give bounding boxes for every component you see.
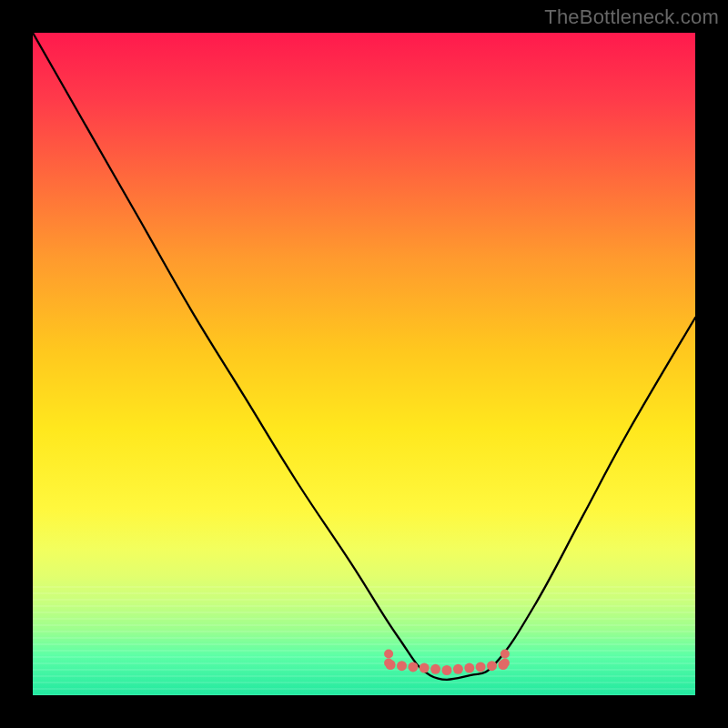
optimal-dot — [487, 661, 497, 671]
optimal-dot — [442, 665, 452, 675]
optimal-dot-end — [384, 650, 393, 659]
optimal-dot — [430, 664, 440, 674]
optimal-dot — [453, 664, 463, 674]
curve-svg — [33, 33, 695, 695]
optimal-dot — [397, 661, 407, 671]
optimal-dot-end — [384, 659, 393, 668]
plot-area — [33, 33, 695, 695]
optimal-range-dots — [384, 650, 510, 676]
watermark-text: TheBottleneck.com — [544, 5, 719, 29]
optimal-dot-end — [500, 650, 510, 659]
optimal-dot — [476, 662, 486, 672]
optimal-dot-end — [500, 659, 510, 668]
optimal-dot — [420, 663, 430, 673]
bottleneck-curve — [33, 33, 695, 680]
optimal-dot — [408, 662, 418, 672]
chart-container: TheBottleneck.com — [0, 0, 728, 728]
optimal-dot — [464, 663, 474, 673]
